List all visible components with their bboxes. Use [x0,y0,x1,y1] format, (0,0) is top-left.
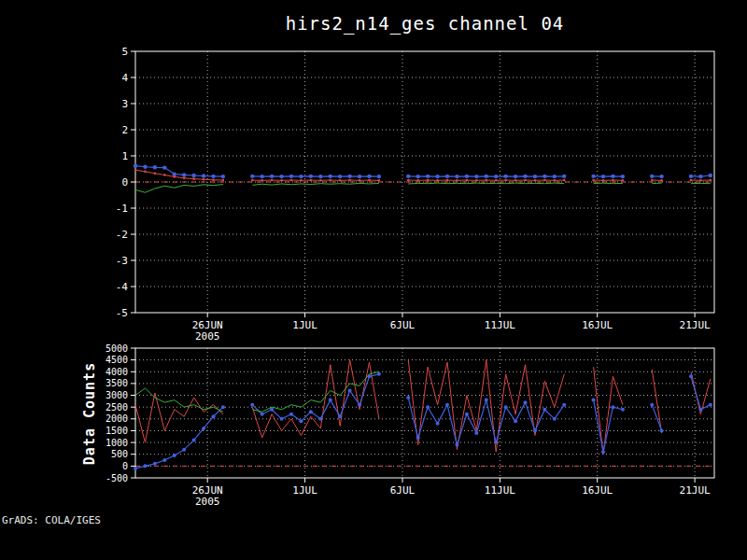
data-point-blue-counts [202,427,205,430]
data-point-red-series [475,179,478,182]
data-point-blue-counts [309,410,313,413]
data-point-red-series [368,179,371,182]
x-tick-label: 11JUL [485,484,515,497]
series-line-red-counts [594,367,623,455]
data-point-blue-counts [173,454,176,457]
data-point-blue-counts [212,414,216,418]
data-point-red-series [261,179,263,182]
data-point-red-series [290,179,293,182]
data-point-blue-counts [162,458,166,462]
y-tick-label: 5000 [106,343,128,354]
data-point-blue-series [406,175,410,178]
data-point-blue-counts [543,408,546,412]
y-tick-label: 2500 [106,402,128,413]
data-point-blue-series [250,175,254,178]
series-line-green-series [252,183,379,185]
x-tick-label: 1JUL [292,484,317,497]
x-tick-sublabel: 2005 [195,330,220,343]
data-point-blue-series [503,175,507,178]
data-point-red-series [192,177,195,180]
data-point-blue-series [562,175,566,178]
data-point-blue-series [270,175,274,178]
data-point-blue-series [279,175,283,178]
y-tick-label: -4 [116,281,129,293]
data-point-blue-counts [436,422,440,426]
data-point-blue-series [621,175,625,178]
data-point-blue-counts [182,448,186,452]
y-tick-label: -1 [116,203,128,215]
data-point-blue-series [162,165,166,169]
y-axis-label-data-counts: Data Counts [81,362,98,465]
data-point-blue-series [202,174,205,177]
data-point-blue-series [698,175,702,178]
y-tick-label: 5 [121,46,128,58]
data-point-blue-series [533,175,537,178]
data-point-blue-series [358,175,361,178]
data-point-blue-counts [650,403,654,407]
data-point-blue-series [474,175,478,178]
data-point-blue-series [591,175,595,178]
data-point-blue-series [543,175,546,178]
data-point-red-series [212,178,215,181]
data-point-red-series [710,179,712,182]
y-tick-label: 1000 [106,438,128,448]
data-point-red-series [456,179,458,182]
data-point-blue-counts [660,428,664,432]
data-point-red-series [427,179,430,182]
series-line-blue-counts [135,407,223,469]
data-point-red-series [622,179,625,182]
x-tick-label: 16JUL [582,484,613,497]
data-point-blue-counts [474,431,478,435]
data-point-blue-series [367,175,371,178]
plot-canvas: 543210-1-2-3-4-526JUN20051JUL6JUL11JUL16… [0,0,747,560]
data-point-blue-counts [153,462,157,466]
data-point-red-series [485,179,487,182]
x-tick-label: 11JUL [485,319,515,331]
series-line-red-counts [652,370,661,433]
data-point-blue-counts [299,419,303,423]
y-tick-label: 3500 [106,378,128,388]
data-point-blue-counts [445,403,449,407]
data-point-red-series [514,179,517,182]
series-line-blue-counts [691,376,711,409]
data-point-red-series [602,179,605,182]
y-tick-label: 4000 [106,367,128,377]
series-line-green-counts [135,388,223,412]
data-point-blue-counts [562,403,566,407]
y-tick-label: -5 [116,307,128,319]
data-point-blue-series [338,175,342,178]
data-point-red-series [407,179,410,182]
data-point-blue-counts [289,413,293,416]
data-point-red-series [378,179,381,182]
data-point-blue-series [329,175,332,178]
grads-page: hirs2_n14_ges channel 04 543210-1-2-3-4-… [0,0,747,560]
data-point-blue-counts [143,464,147,468]
data-point-red-series [660,179,663,182]
data-point-blue-counts [698,408,702,412]
data-point-blue-series [494,175,498,178]
y-tick-label: -3 [116,255,128,267]
data-point-blue-series [455,175,458,178]
data-point-red-series [339,179,342,182]
data-point-red-series [144,171,147,174]
y-tick-label: 3000 [106,390,128,400]
data-point-red-series [348,179,351,182]
data-point-blue-series [485,175,488,178]
data-point-red-series [134,169,137,172]
data-point-red-series [271,179,274,182]
data-point-blue-series [689,175,693,178]
y-tick-label: 2000 [106,413,128,424]
data-point-red-series [446,179,449,182]
data-point-blue-series [309,175,313,178]
series-line-blue-counts [652,405,661,431]
data-point-blue-counts [406,396,410,399]
data-point-blue-counts [377,372,381,376]
data-point-blue-counts [261,413,264,416]
x-tick-label: 16JUL [582,319,613,331]
data-point-blue-series [153,165,157,169]
data-point-blue-series [601,175,605,178]
y-tick-label: 0 [121,176,128,189]
data-point-red-series [280,179,283,182]
data-point-blue-series [416,175,419,178]
data-point-blue-series [182,173,186,176]
